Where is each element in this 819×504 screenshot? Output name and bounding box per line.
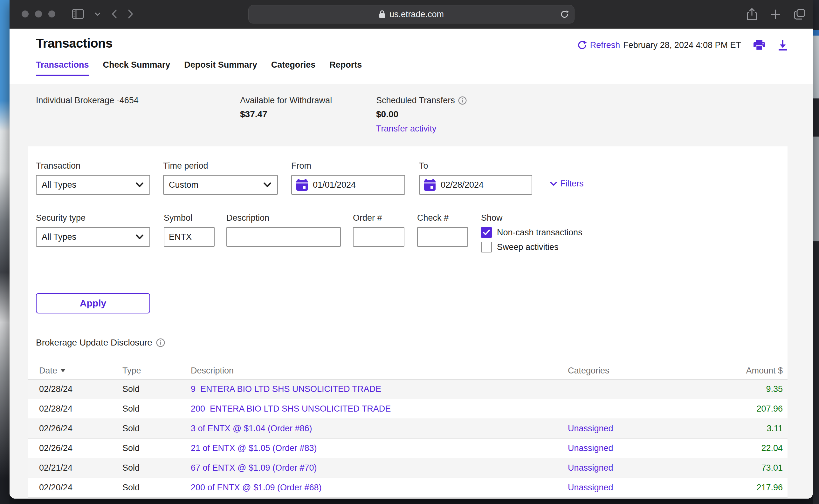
to-date-value: 02/28/2024	[441, 180, 484, 190]
available-for-withdrawal-value: $37.47	[240, 109, 376, 119]
transaction-description-link[interactable]: 200 of ENTX @ $1.09 (Order #68)	[191, 483, 322, 492]
category-link[interactable]: Unassigned	[568, 463, 613, 473]
date-header-label: Date	[39, 366, 57, 376]
zoom-window-button[interactable]	[48, 10, 55, 17]
to-date-label: To	[419, 161, 532, 171]
security-type-value: All Types	[42, 232, 76, 242]
show-options-list: Non-cash transactionsSweep activities	[481, 227, 582, 252]
disclosure-link[interactable]: Brokerage Update Disclosure	[36, 338, 152, 348]
check-number-input[interactable]	[418, 228, 467, 246]
share-icon[interactable]	[747, 8, 757, 21]
from-date-value: 01/01/2024	[313, 180, 356, 190]
address-bar[interactable]: us.etrade.com	[248, 5, 574, 24]
transaction-description-link[interactable]: 21 of ENTX @ $1.05 (Order #83)	[191, 443, 317, 453]
transactions-table-body: 02/28/24Sold9 ENTERA BIO LTD SHS UNSOLIC…	[28, 380, 788, 499]
table-row: 02/21/24Sold67 of ENTX @ $1.09 (Order #7…	[28, 458, 788, 478]
order-number-label: Order #	[353, 213, 404, 223]
close-window-button[interactable]	[22, 10, 29, 17]
chevron-down-icon	[135, 234, 144, 239]
table-row: 02/26/24Sold3 of ENTX @ $1.04 (Order #86…	[28, 419, 788, 439]
print-icon[interactable]	[753, 39, 765, 51]
desktop-wallpaper-right	[813, 0, 819, 504]
transaction-description-cell: 21 of ENTX @ $1.05 (Order #83)	[191, 443, 568, 453]
transaction-category-cell: Unassigned	[568, 483, 721, 493]
filters-toggle[interactable]: Filters	[550, 179, 584, 189]
transaction-amount: 3.11	[721, 424, 783, 433]
info-icon[interactable]	[458, 96, 467, 105]
window-controls[interactable]	[10, 10, 55, 17]
checkbox-non-cash-transactions[interactable]	[481, 227, 492, 238]
transaction-amount: 207.96	[721, 404, 783, 414]
scheduled-transfers-value: $0.00	[376, 109, 467, 119]
checkbox-label: Sweep activities	[497, 242, 558, 252]
etrade-transactions-page: Transactions Refresh February 28, 2024 4…	[10, 29, 813, 499]
category-link[interactable]: Unassigned	[568, 424, 613, 433]
time-period-filter-value: Custom	[169, 180, 198, 190]
transaction-description-link[interactable]: 9 ENTERA BIO LTD SHS UNSOLICITED TRADE	[191, 384, 381, 394]
description-filter-label: Description	[227, 213, 341, 223]
transaction-type: Sold	[122, 404, 191, 414]
category-link[interactable]: Unassigned	[568, 483, 613, 492]
forward-button[interactable]	[128, 9, 133, 19]
tab-overview-icon[interactable]	[794, 9, 805, 20]
transaction-category-cell: Unassigned	[568, 443, 721, 453]
back-button[interactable]	[111, 9, 117, 19]
transaction-category-cell: Unassigned	[568, 463, 721, 473]
transaction-date: 02/21/24	[39, 463, 122, 473]
symbol-input[interactable]	[164, 228, 214, 246]
transaction-amount: 9.35	[721, 384, 783, 394]
scheduled-transfers-label: Scheduled Transfers	[376, 96, 455, 105]
tab-transactions[interactable]: Transactions	[36, 60, 89, 76]
refresh-link[interactable]: Refresh	[590, 40, 620, 50]
transfer-activity-link[interactable]: Transfer activity	[376, 124, 467, 134]
checkbox-sweep-activities[interactable]	[481, 242, 492, 252]
tab-categories[interactable]: Categories	[271, 60, 316, 76]
minimize-window-button[interactable]	[35, 10, 42, 17]
table-row: 02/26/24Sold21 of ENTX @ $1.05 (Order #8…	[28, 439, 788, 458]
apply-button[interactable]: Apply	[36, 293, 150, 313]
from-date-field[interactable]: 01/01/2024	[291, 175, 405, 195]
transaction-description-link[interactable]: 67 of ENTX @ $1.09 (Order #70)	[191, 463, 317, 473]
description-input[interactable]	[227, 228, 340, 246]
transaction-description-cell: 3 of ENTX @ $1.04 (Order #86)	[191, 424, 568, 433]
column-header-categories: Categories	[568, 366, 721, 376]
tab-check-summary[interactable]: Check Summary	[103, 60, 170, 76]
sidebar-chevron-down-icon[interactable]	[95, 12, 100, 16]
transaction-type: Sold	[122, 443, 191, 453]
transaction-description-link[interactable]: 200 ENTERA BIO LTD SHS UNSOLICITED TRADE	[191, 404, 391, 413]
reload-icon[interactable]	[560, 10, 569, 19]
background-window-fragment	[813, 137, 819, 241]
lock-icon	[379, 10, 386, 19]
transaction-amount: 73.01	[721, 463, 783, 473]
last-updated-timestamp: February 28, 2024 4:08 PM ET	[623, 40, 741, 50]
available-for-withdrawal-label: Available for Withdrawal	[240, 96, 376, 105]
background-window-fragment	[813, 30, 819, 98]
transaction-filter-select[interactable]: All Types	[36, 175, 150, 195]
filters-and-table-card: Transaction All Types Time period Custom	[28, 146, 788, 499]
transaction-type: Sold	[122, 483, 191, 493]
category-link[interactable]: Unassigned	[568, 443, 613, 453]
transaction-description-cell: 200 of ENTX @ $1.09 (Order #68)	[191, 483, 568, 493]
transaction-filter-label: Transaction	[36, 161, 150, 171]
filters-toggle-label: Filters	[560, 179, 584, 189]
tab-reports[interactable]: Reports	[329, 60, 362, 76]
transaction-date: 02/28/24	[39, 404, 122, 414]
transaction-description-link[interactable]: 3 of ENTX @ $1.04 (Order #86)	[191, 424, 312, 433]
info-icon[interactable]	[156, 338, 165, 347]
table-row: 02/28/24Sold200 ENTERA BIO LTD SHS UNSOL…	[28, 399, 788, 419]
download-icon[interactable]	[777, 39, 788, 51]
security-type-select[interactable]: All Types	[36, 227, 150, 247]
transaction-date: 02/20/24	[39, 483, 122, 493]
tab-deposit-summary[interactable]: Deposit Summary	[184, 60, 257, 76]
new-tab-icon[interactable]	[770, 9, 781, 19]
column-header-date[interactable]: Date	[39, 366, 122, 376]
to-date-field[interactable]: 02/28/2024	[419, 175, 532, 195]
account-name: Individual Brokerage -4654	[36, 96, 240, 105]
show-options-label: Show	[481, 213, 582, 223]
checkbox-label: Non-cash transactions	[497, 228, 582, 238]
sidebar-icon[interactable]	[72, 9, 84, 19]
order-number-input[interactable]	[354, 228, 404, 246]
refresh-icon[interactable]	[577, 40, 587, 50]
chevron-down-icon	[263, 182, 272, 187]
time-period-filter-select[interactable]: Custom	[163, 175, 278, 195]
